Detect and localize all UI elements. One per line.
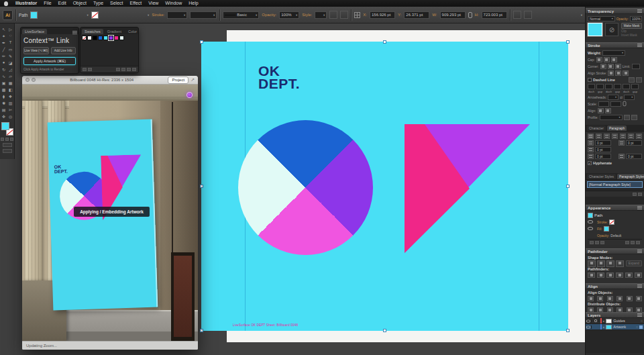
window-close-button[interactable]	[25, 78, 30, 82]
scale-tool[interactable]: ◿	[7, 66, 14, 72]
round-cap-button[interactable]	[604, 57, 610, 62]
minus-back-button[interactable]	[635, 272, 642, 278]
menu-edit[interactable]: Edit	[55, 0, 70, 7]
layer-name[interactable]: Artwork	[613, 325, 626, 329]
swatch-none[interactable]	[82, 36, 87, 40]
appearance-stroke-label[interactable]: Stroke:	[597, 220, 608, 224]
align-h-center-button[interactable]	[597, 296, 603, 301]
gradient-tool[interactable]: ◧	[7, 86, 14, 93]
distribute-bottom-button[interactable]	[607, 307, 613, 313]
menu-effect[interactable]: Effect	[127, 0, 146, 7]
type-tool[interactable]: T	[7, 39, 14, 46]
lasso-tool[interactable]: ◌	[7, 32, 14, 39]
layers-panel-title[interactable]: Layers	[588, 313, 600, 317]
flip-across-button[interactable]	[631, 115, 637, 120]
appearance-fill-label[interactable]: Fill:	[597, 227, 602, 231]
expand-icon[interactable]: ↗	[191, 77, 195, 83]
line-tool[interactable]: ╱	[1, 46, 7, 52]
new-stroke-icon[interactable]	[590, 241, 594, 244]
panel-menu-icon[interactable]	[72, 31, 77, 34]
panel-menu-icon[interactable]	[637, 250, 642, 253]
align-top-edge-button[interactable]	[616, 296, 623, 301]
opacity-field[interactable]: 100% ▾	[279, 11, 299, 19]
delete-item-icon[interactable]	[636, 241, 640, 244]
fill-indicator[interactable]	[1, 122, 9, 130]
appearance-panel-title[interactable]: Appearance	[588, 206, 610, 210]
layer-row-guides[interactable]: ▸ Guides ○	[586, 318, 644, 324]
butt-cap-button[interactable]	[596, 57, 602, 62]
duplicate-item-icon[interactable]	[631, 241, 635, 244]
pathfinder-panel-title[interactable]: Pathfinder	[588, 250, 608, 254]
tab-paragraph-styles[interactable]: Paragraph Styles	[617, 174, 644, 179]
stroke-weight-field[interactable]: ▾	[602, 50, 625, 56]
color-mode-button[interactable]	[1, 138, 4, 141]
shape-builder-tool[interactable]: ▣	[1, 79, 7, 86]
layer-visibility-icon[interactable]	[586, 319, 590, 322]
swap-arrowheads-icon[interactable]: ⇄	[620, 95, 623, 99]
width-tool[interactable]: ∿	[1, 72, 7, 79]
draw-mode-buttons[interactable]	[3, 143, 12, 147]
add-live-info-button[interactable]: Add Live Info	[51, 47, 76, 54]
swatch-options-icon[interactable]	[116, 68, 120, 71]
arrowhead-scale-end-field[interactable]	[610, 101, 621, 107]
arrowhead-scale-start-field[interactable]	[598, 101, 609, 107]
direct-selection-tool[interactable]: ▷	[7, 26, 14, 32]
transparency-panel-title[interactable]: Transparency	[588, 9, 614, 13]
miter-limit-field[interactable]	[632, 64, 640, 69]
fill-cyan-swatch[interactable]	[604, 226, 609, 232]
selection-handle[interactable]	[566, 185, 570, 188]
align-dash-button[interactable]	[636, 77, 642, 83]
hand-tool[interactable]: ✥	[1, 113, 7, 119]
layer-selection-indicator[interactable]	[639, 325, 643, 329]
layer-name[interactable]: Guides	[613, 319, 625, 323]
gap-field[interactable]	[596, 84, 604, 89]
exclude-button[interactable]	[616, 260, 624, 267]
quadrant-circle-shape[interactable]	[238, 120, 373, 255]
miter-join-button[interactable]	[600, 64, 606, 69]
make-mask-button[interactable]: Make Mask	[621, 23, 642, 29]
new-swatch-icon[interactable]	[127, 68, 131, 71]
window-minimize-button[interactable]	[32, 78, 36, 82]
blend-mode-select[interactable]: Normal ▾	[588, 16, 615, 21]
intersect-button[interactable]	[606, 260, 614, 267]
style-label[interactable]: Style:	[302, 13, 312, 17]
arrowhead-end-select[interactable]: ▾	[624, 95, 635, 100]
menu-select[interactable]: Select	[107, 0, 126, 7]
menu-illustrator[interactable]: Illustrator	[12, 0, 40, 7]
chevron-down-icon[interactable]: ▾	[323, 13, 325, 17]
crop-button[interactable]	[616, 272, 623, 278]
minus-front-button[interactable]	[597, 260, 605, 267]
chevron-down-icon[interactable]: ▾	[581, 13, 582, 17]
tab-gradient[interactable]: Gradient	[105, 29, 124, 34]
layer-row-artwork[interactable]: ▸ Artwork ○	[586, 324, 644, 330]
stroke-panel-title[interactable]: Stroke	[588, 44, 600, 48]
blob-brush-tool[interactable]: ●	[1, 59, 7, 66]
width-field[interactable]: 909.293 pt	[440, 11, 466, 19]
chevron-down-icon[interactable]: ▾	[631, 95, 633, 99]
visibility-eye-icon[interactable]	[588, 227, 593, 230]
tab-color[interactable]: Color	[125, 29, 139, 34]
selection-handle[interactable]	[200, 185, 203, 188]
arrow-tip-align-button[interactable]	[598, 108, 604, 113]
panel-menu-icon[interactable]	[637, 285, 642, 288]
y-position-field[interactable]: 26.371 pt	[404, 11, 429, 19]
arrowhead-start-select[interactable]: ▾	[608, 95, 619, 100]
paintbrush-tool[interactable]: ✏	[1, 52, 7, 59]
menu-object[interactable]: Object	[70, 0, 90, 7]
document-setup-button[interactable]	[340, 11, 348, 19]
symbol-sprayer-tool[interactable]: ✺	[1, 99, 7, 106]
selection-handle[interactable]	[383, 40, 386, 44]
space-after-field[interactable]: 0 pt	[626, 154, 642, 159]
layer-visibility-icon[interactable]	[586, 325, 590, 328]
link-scale-icon[interactable]	[623, 101, 627, 106]
window-title-bar[interactable]: Billboard 0048 Hi-Res: 2336 x 1504 Proje…	[22, 76, 198, 85]
swatch-white[interactable]	[87, 36, 92, 40]
perspective-grid-tool[interactable]: ▦	[7, 79, 14, 86]
expand-arrow-icon[interactable]: ▸	[603, 325, 604, 329]
mesh-tool[interactable]: ▩	[1, 86, 7, 93]
bevel-join-button[interactable]	[615, 64, 621, 69]
rectangle-tool[interactable]: ▭	[7, 46, 14, 52]
graphic-style-select[interactable]: ▾	[315, 11, 327, 19]
align-v-center-button[interactable]	[627, 296, 633, 301]
dash-field[interactable]	[605, 84, 612, 89]
